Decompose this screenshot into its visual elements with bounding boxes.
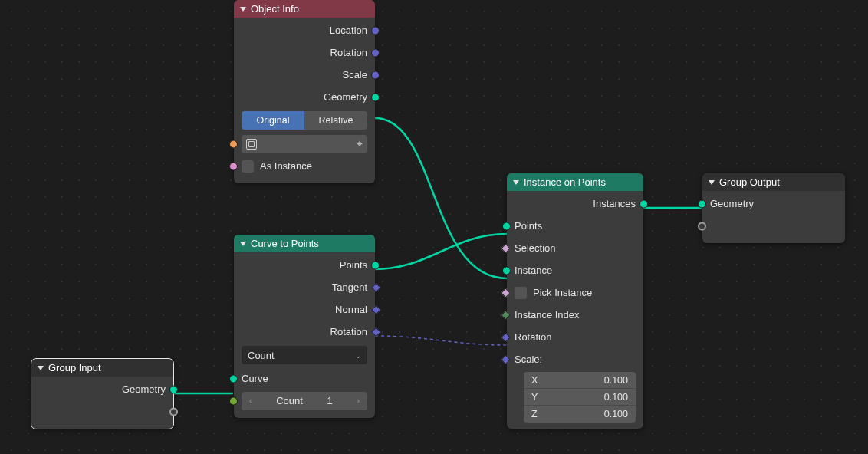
- output-geometry: Geometry: [31, 378, 173, 400]
- chevron-down-icon: [240, 242, 246, 246]
- node-title: Group Output: [719, 176, 780, 188]
- node-header-instance-on-points[interactable]: Instance on Points: [507, 173, 643, 191]
- decrement-icon[interactable]: ‹: [249, 396, 252, 405]
- node-title: Instance on Points: [524, 176, 606, 188]
- input-pick-instance: Pick Instance: [507, 281, 643, 304]
- output-instances: Instances: [507, 192, 643, 215]
- input-curve: Curve: [234, 367, 375, 390]
- object-picker-field[interactable]: ⌖: [242, 135, 367, 153]
- mode-relative-button[interactable]: Relative: [304, 111, 367, 130]
- node-group-output[interactable]: Group Output Geometry: [702, 173, 845, 243]
- chevron-down-icon: [709, 180, 715, 185]
- socket-in-instance[interactable]: [502, 266, 511, 275]
- chevron-down-icon: [513, 180, 519, 185]
- node-curve-to-points[interactable]: Curve to Points Points Tangent Normal Ro…: [234, 235, 375, 418]
- node-header-group-input[interactable]: Group Input: [31, 359, 173, 377]
- socket-out-location[interactable]: [371, 26, 380, 35]
- node-header-curve-to-points[interactable]: Curve to Points: [234, 235, 375, 252]
- node-title: Group Input: [48, 362, 101, 373]
- as-instance-row: As Instance: [234, 155, 375, 177]
- input-selection: Selection: [507, 237, 643, 259]
- socket-out-geometry[interactable]: [371, 93, 380, 101]
- socket-in-geometry[interactable]: [698, 199, 706, 208]
- socket-in-curve[interactable]: [229, 374, 238, 383]
- node-group-input[interactable]: Group Input Geometry: [31, 359, 173, 429]
- socket-in-count[interactable]: [229, 396, 238, 405]
- output-tangent: Tangent: [234, 276, 375, 298]
- chevron-down-icon: [38, 366, 44, 370]
- output-location: Location: [234, 19, 375, 41]
- output-rotation: Rotation: [234, 41, 375, 64]
- output-normal: Normal: [234, 298, 375, 321]
- node-instance-on-points[interactable]: Instance on Points Instances Points Sele…: [507, 173, 643, 429]
- node-header-object-info[interactable]: Object Info: [234, 0, 375, 18]
- object-input-row: ⌖: [234, 133, 375, 155]
- output-scale: Scale: [234, 64, 375, 86]
- input-rotation: Rotation: [507, 326, 643, 348]
- count-field[interactable]: ‹ Count 1 ›: [242, 392, 367, 410]
- increment-icon[interactable]: ›: [357, 396, 360, 405]
- socket-in-virtual[interactable]: [698, 222, 706, 230]
- scale-values: X 0.100 Y 0.100 Z 0.100: [524, 372, 636, 423]
- input-geometry: Geometry: [702, 192, 845, 215]
- transform-mode-toggle[interactable]: Original Relative: [242, 111, 367, 130]
- chevron-down-icon: ⌄: [355, 351, 361, 360]
- socket-out-virtual[interactable]: [169, 407, 178, 416]
- output-points: Points: [234, 254, 375, 276]
- socket-in-points[interactable]: [502, 222, 511, 230]
- socket-in-as-instance[interactable]: [229, 162, 238, 170]
- output-geometry: Geometry: [234, 86, 375, 108]
- mode-dropdown[interactable]: Count ⌄: [242, 346, 367, 364]
- mode-original-button[interactable]: Original: [242, 111, 304, 130]
- pick-instance-checkbox[interactable]: [515, 287, 527, 299]
- input-count-row: ‹ Count 1 ›: [234, 390, 375, 412]
- node-object-info[interactable]: Object Info Location Rotation Scale Geom…: [234, 0, 375, 183]
- node-header-group-output[interactable]: Group Output: [702, 173, 845, 191]
- input-instance: Instance: [507, 259, 643, 281]
- chevron-down-icon: [240, 7, 246, 12]
- input-virtual: [702, 215, 845, 237]
- input-points: Points: [507, 215, 643, 237]
- socket-out-instances[interactable]: [639, 199, 648, 208]
- node-title: Curve to Points: [251, 238, 319, 249]
- socket-out-rotation[interactable]: [371, 48, 380, 57]
- node-title: Object Info: [251, 3, 299, 15]
- as-instance-checkbox[interactable]: [242, 160, 254, 173]
- socket-out-geometry[interactable]: [169, 385, 178, 393]
- socket-out-scale[interactable]: [371, 71, 380, 79]
- output-virtual: [31, 400, 173, 423]
- eyedropper-icon[interactable]: ⌖: [357, 137, 363, 150]
- socket-in-object[interactable]: [229, 140, 238, 148]
- scale-z-field[interactable]: Z 0.100: [524, 406, 636, 423]
- scale-y-field[interactable]: Y 0.100: [524, 389, 636, 406]
- object-icon: [246, 139, 257, 150]
- socket-out-points[interactable]: [371, 261, 380, 269]
- scale-x-field[interactable]: X 0.100: [524, 372, 636, 389]
- input-scale: Scale:: [507, 348, 643, 370]
- output-rotation: Rotation: [234, 321, 375, 343]
- input-instance-index: Instance Index: [507, 304, 643, 326]
